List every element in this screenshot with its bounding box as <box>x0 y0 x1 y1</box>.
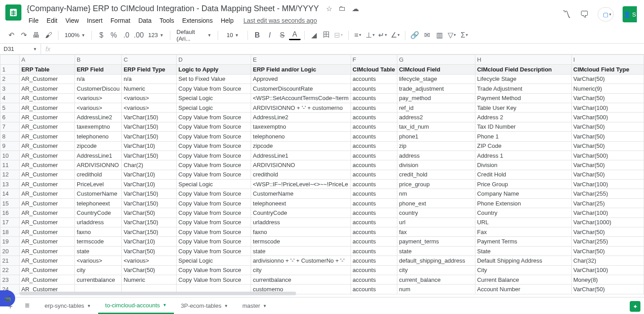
cell[interactable]: Address 1 <box>475 151 571 160</box>
header-cell[interactable]: ERP Field Type <box>122 65 177 74</box>
col-header-D[interactable]: D <box>176 55 251 65</box>
row-header-3[interactable]: 3 <box>0 84 20 93</box>
cell[interactable]: termscode <box>75 237 122 246</box>
cell[interactable]: Special Logic <box>176 180 251 189</box>
sheet-tab-erp-sync-tables[interactable]: erp-sync-tables▼ <box>37 298 98 314</box>
cell[interactable]: accounts <box>351 218 397 227</box>
cell[interactable]: Numeric <box>122 275 177 285</box>
cell[interactable]: city <box>251 265 351 275</box>
cell[interactable]: Price Group <box>475 180 571 189</box>
comments-icon[interactable]: 🗨 <box>580 9 589 20</box>
more-formats[interactable]: 123▼ <box>145 32 166 38</box>
cell[interactable]: Fax <box>475 227 571 237</box>
menu-data[interactable]: Data <box>135 15 155 26</box>
row-header-6[interactable]: 6 <box>0 113 20 122</box>
cell[interactable]: state <box>251 246 351 255</box>
cell[interactable]: tax_id_num <box>397 122 475 131</box>
fill-color-icon[interactable]: ◢ <box>308 29 320 41</box>
cell[interactable]: CustomerName <box>75 189 122 198</box>
cell[interactable]: Copy Value from Source <box>176 227 251 237</box>
cell[interactable]: ref_id <box>397 103 475 112</box>
cell[interactable]: ARDIVISIONNO <box>75 160 122 170</box>
cell[interactable]: <various> <box>122 93 177 103</box>
cell[interactable]: Table User Key <box>475 103 571 112</box>
cell[interactable]: accounts <box>351 103 397 112</box>
cell[interactable]: url <box>397 218 475 227</box>
cell[interactable]: accounts <box>351 84 397 93</box>
cell[interactable]: VarChar(50) <box>571 122 644 131</box>
cell[interactable]: AR_Customer <box>19 189 74 198</box>
col-header-F[interactable]: F <box>351 55 397 65</box>
header-cell[interactable]: ERP Field and/or Logic <box>251 65 351 74</box>
sheet-tab-3P-ecom-tables[interactable]: 3P-ecom-tables▼ <box>174 298 235 314</box>
menu-edit[interactable]: Edit <box>43 15 61 26</box>
cell[interactable]: VarChar(50) <box>571 285 644 294</box>
cell[interactable]: ardivisionno + '-' + CustomerNo + '-' <box>251 256 351 265</box>
cell[interactable]: AddressLine1 <box>251 151 351 160</box>
cell[interactable]: VarChar(150) <box>122 113 177 122</box>
cell[interactable]: Copy Value from Source <box>176 218 251 227</box>
cell[interactable]: <various> <box>122 256 177 265</box>
cell[interactable]: Credit Hold <box>475 170 571 179</box>
cell[interactable]: accounts <box>351 246 397 255</box>
cell[interactable]: accounts <box>351 275 397 285</box>
cell[interactable]: AR_Customer <box>19 132 74 141</box>
cell[interactable]: accounts <box>351 141 397 151</box>
cell[interactable]: zipcode <box>75 141 122 151</box>
row-header-10[interactable]: 10 <box>0 151 20 160</box>
cell[interactable]: state <box>75 246 122 255</box>
wrap-icon[interactable]: ↵▼ <box>377 29 389 41</box>
row-header-9[interactable]: 9 <box>0 141 20 151</box>
cell[interactable]: address <box>397 151 475 160</box>
cell[interactable]: Copy Value from Source <box>176 198 251 208</box>
cell[interactable]: CustomerDiscountRate <box>251 84 351 93</box>
col-header-G[interactable]: G <box>397 55 475 65</box>
filter-icon[interactable]: ▽▼ <box>446 29 458 41</box>
row-header-13[interactable]: 13 <box>0 180 20 189</box>
cell[interactable]: VarChar(25) <box>571 198 644 208</box>
cell[interactable]: Numeric(9) <box>571 84 644 93</box>
cell[interactable]: AR_Customer <box>19 151 74 160</box>
cell[interactable]: CountryCode <box>75 208 122 218</box>
cell[interactable]: Default Shipping Address <box>475 256 571 265</box>
cell[interactable]: VarChar(255) <box>571 237 644 246</box>
cell[interactable]: VarChar(100) <box>571 103 644 112</box>
strike-icon[interactable]: S <box>277 29 288 41</box>
cell[interactable]: Tax ID Number <box>475 122 571 131</box>
cell[interactable]: AddressLine1 <box>75 151 122 160</box>
functions-icon[interactable]: Σ▼ <box>459 29 471 41</box>
cell[interactable]: AR_Customer <box>19 103 74 112</box>
cell[interactable]: faxno <box>251 227 351 237</box>
trend-icon[interactable]: 〽 <box>562 9 571 20</box>
cell[interactable]: zip <box>397 141 475 151</box>
currency-icon[interactable]: $ <box>95 29 107 41</box>
cell[interactable]: lifecycle_stage <box>397 74 475 84</box>
bold-icon[interactable]: B <box>252 29 263 41</box>
cell[interactable]: Numeric <box>122 84 177 93</box>
header-cell[interactable]: CIMcloud Field Description <box>475 65 571 74</box>
row-header-16[interactable]: 16 <box>0 208 20 218</box>
cell[interactable]: accounts <box>351 160 397 170</box>
row-header-23[interactable]: 23 <box>0 275 20 285</box>
explore-icon[interactable]: ✦ <box>630 301 640 312</box>
borders-icon[interactable]: 田 <box>321 29 332 41</box>
cell[interactable]: AR_Customer <box>19 265 74 275</box>
cell[interactable]: <WSP::SetAccountTermsCode~!term <box>251 93 351 103</box>
cell[interactable]: accounts <box>351 285 397 294</box>
cell[interactable]: ARDIVISIONNO <box>251 160 351 170</box>
cell[interactable]: AddressLine2 <box>251 113 351 122</box>
cell[interactable]: VarChar(50) <box>122 265 177 275</box>
row-header-18[interactable]: 18 <box>0 227 20 237</box>
cell[interactable]: accounts <box>351 132 397 141</box>
cell[interactable]: Copy Value from Source <box>176 132 251 141</box>
menu-format[interactable]: Format <box>107 15 134 26</box>
cell[interactable]: AR_Customer <box>19 218 74 227</box>
cell[interactable]: fax <box>397 227 475 237</box>
row-header-19[interactable]: 19 <box>0 237 20 246</box>
cell[interactable]: Copy Value from Source <box>176 151 251 160</box>
col-header-I[interactable]: I <box>571 55 644 65</box>
cell[interactable]: AR_Customer <box>19 74 74 84</box>
cell[interactable]: credit_hold <box>397 170 475 179</box>
cell[interactable]: Copy Value from Source <box>176 275 251 285</box>
share-button[interactable]: 👤 S <box>623 6 637 22</box>
